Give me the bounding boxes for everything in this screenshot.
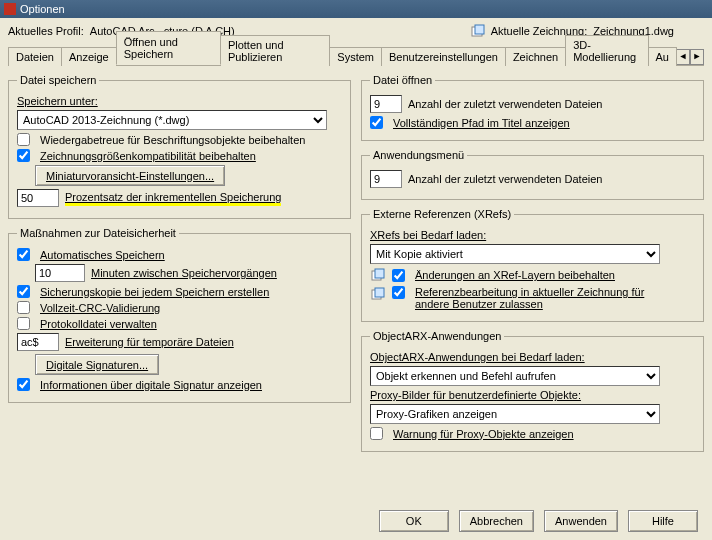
apply-button[interactable]: Anwenden — [544, 510, 618, 532]
lbl-xref-refedit: Referenzbearbeitung in aktueller Zeichnu… — [415, 286, 655, 310]
content-area: Datei speichern Speichern unter: AutoCAD… — [8, 66, 704, 496]
lbl-log: Protokolldatei verwalten — [40, 318, 157, 330]
right-column: Datei öffnen Anzahl der zuletzt verwende… — [361, 74, 704, 496]
tab-3d[interactable]: 3D-Modellierung — [565, 35, 648, 66]
chk-fullpath[interactable] — [370, 116, 383, 129]
tab-strip: Dateien Anzeige Öffnen und Speichern Plo… — [8, 44, 704, 66]
lbl-open-recent: Anzahl der zuletzt verwendeten Dateien — [408, 98, 602, 110]
groupbox-appmenu: Anwendungsmenü Anzahl der zuletzt verwen… — [361, 149, 704, 200]
lbl-proxy-warn: Warnung für Proxy-Objekte anzeigen — [393, 428, 574, 440]
input-incremental-percent[interactable] — [17, 189, 59, 207]
chk-backup[interactable] — [17, 285, 30, 298]
drawing-icon — [370, 286, 386, 302]
tab-anzeige[interactable]: Anzeige — [61, 47, 117, 66]
lbl-proxy-img: Proxy-Bilder für benutzerdefinierte Obje… — [370, 389, 581, 401]
tab-scroll-left[interactable]: ◄ — [676, 49, 690, 65]
chk-size-compat[interactable] — [17, 149, 30, 162]
btn-digital-signatures[interactable]: Digitale Signaturen... — [35, 354, 159, 375]
btn-thumbnail-settings[interactable]: Miniaturvoransicht-Einstellungen... — [35, 165, 225, 186]
lbl-size-compat: Zeichnungsgrößenkompatibilität beibehalt… — [40, 150, 256, 162]
legend-file-open: Datei öffnen — [370, 74, 435, 86]
lbl-appmenu-recent: Anzahl der zuletzt verwendeten Dateien — [408, 173, 602, 185]
chk-xref-layers[interactable] — [392, 269, 405, 282]
groupbox-file-save: Datei speichern Speichern unter: AutoCAD… — [8, 74, 351, 219]
svg-rect-5 — [375, 288, 384, 297]
chk-crc[interactable] — [17, 301, 30, 314]
lbl-xref-layers: Änderungen an XRef-Layern beibehalten — [415, 269, 615, 281]
tab-system[interactable]: System — [329, 47, 382, 66]
lbl-show-sig: Informationen über digitale Signatur anz… — [40, 379, 262, 391]
dialog-footer: OK Abbrechen Anwenden Hilfe — [379, 510, 698, 532]
groupbox-file-open: Datei öffnen Anzahl der zuletzt verwende… — [361, 74, 704, 141]
legend-file-safety: Maßnahmen zur Dateisicherheit — [17, 227, 179, 239]
tab-dateien[interactable]: Dateien — [8, 47, 62, 66]
lbl-crc: Vollzeit-CRC-Validierung — [40, 302, 160, 314]
save-as-label: Speichern unter: — [17, 95, 98, 107]
combo-xref-load[interactable]: Mit Kopie aktiviert — [370, 244, 660, 264]
tab-draw[interactable]: Zeichnen — [505, 47, 566, 66]
drawing-icon — [370, 267, 386, 283]
help-button[interactable]: Hilfe — [628, 510, 698, 532]
legend-appmenu: Anwendungsmenü — [370, 149, 467, 161]
legend-xrefs: Externe Referenzen (XRefs) — [370, 208, 514, 220]
tab-more[interactable]: Au — [648, 47, 677, 66]
chk-log[interactable] — [17, 317, 30, 330]
lbl-autosave-unit: Minuten zwischen Speichervorgängen — [91, 267, 277, 279]
lbl-temp-ext: Erweiterung für temporäre Dateien — [65, 336, 234, 348]
tab-scroll-right[interactable]: ► — [690, 49, 704, 65]
groupbox-xrefs: Externe Referenzen (XRefs) XRefs bei Bed… — [361, 208, 704, 322]
combo-arx-load[interactable]: Objekt erkennen und Befehl aufrufen — [370, 366, 660, 386]
svg-rect-3 — [375, 269, 384, 278]
tab-open-save[interactable]: Öffnen und Speichern — [116, 31, 221, 65]
chk-proxy-warn[interactable] — [370, 427, 383, 440]
profile-label: Aktuelles Profil: — [8, 25, 84, 37]
input-appmenu-recent[interactable] — [370, 170, 402, 188]
cancel-button[interactable]: Abbrechen — [459, 510, 534, 532]
lbl-fullpath: Vollständigen Pfad im Titel anzeigen — [393, 117, 570, 129]
drawing-icon — [471, 24, 485, 38]
lbl-annot-fidelity: Wiedergabetreue für Beschriftungsobjekte… — [40, 134, 305, 146]
app-icon — [4, 3, 16, 15]
titlebar: Optionen — [0, 0, 712, 18]
titlebar-text: Optionen — [20, 3, 65, 15]
svg-rect-1 — [475, 25, 484, 34]
legend-file-save: Datei speichern — [17, 74, 99, 86]
lbl-xref-load: XRefs bei Bedarf laden: — [370, 229, 486, 241]
left-column: Datei speichern Speichern unter: AutoCAD… — [8, 74, 351, 496]
groupbox-file-safety: Maßnahmen zur Dateisicherheit Automatisc… — [8, 227, 351, 403]
tab-user[interactable]: Benutzereinstellungen — [381, 47, 506, 66]
chk-show-sig[interactable] — [17, 378, 30, 391]
input-autosave-minutes[interactable] — [35, 264, 85, 282]
input-open-recent[interactable] — [370, 95, 402, 113]
input-temp-ext[interactable] — [17, 333, 59, 351]
lbl-backup: Sicherungskopie bei jedem Speichern erst… — [40, 286, 269, 298]
chk-autosave[interactable] — [17, 248, 30, 261]
lbl-arx-load: ObjectARX-Anwendungen bei Bedarf laden: — [370, 351, 585, 363]
lbl-incremental-percent: Prozentsatz der inkrementellen Speicheru… — [65, 191, 281, 206]
save-as-combo[interactable]: AutoCAD 2013-Zeichnung (*.dwg) — [17, 110, 327, 130]
tab-plot[interactable]: Plotten und Publizieren — [220, 35, 330, 66]
chk-annot-fidelity[interactable] — [17, 133, 30, 146]
options-dialog: Aktuelles Profil: AutoCAD Arc...cture (D… — [0, 18, 712, 540]
chk-xref-refedit[interactable] — [392, 286, 405, 299]
legend-arx: ObjectARX-Anwendungen — [370, 330, 504, 342]
lbl-autosave: Automatisches Speichern — [40, 249, 165, 261]
groupbox-arx: ObjectARX-Anwendungen ObjectARX-Anwendun… — [361, 330, 704, 452]
ok-button[interactable]: OK — [379, 510, 449, 532]
combo-proxy-img[interactable]: Proxy-Grafiken anzeigen — [370, 404, 660, 424]
